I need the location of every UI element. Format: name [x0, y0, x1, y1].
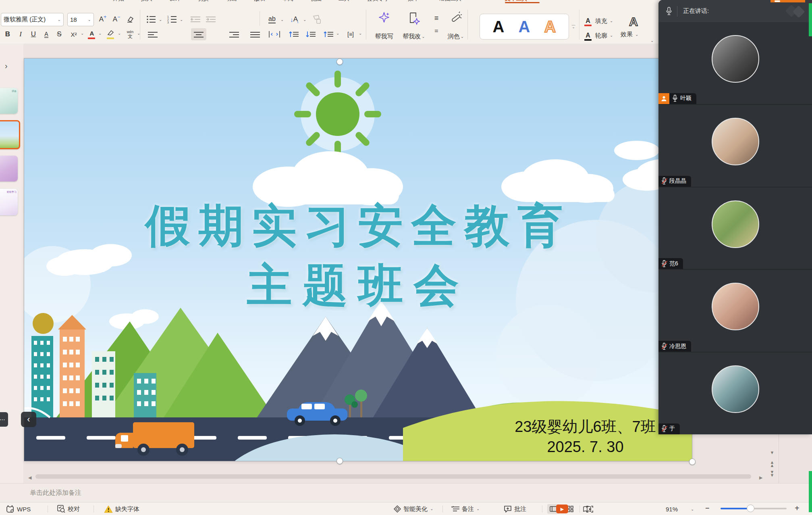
wordart-icon[interactable]: A	[624, 15, 643, 29]
participant-tile[interactable]: 冷思恩	[658, 269, 812, 352]
slide-thumbnail-2-selected[interactable]	[0, 120, 20, 149]
decrease-font-icon[interactable]: A−	[110, 13, 123, 26]
text-style-gallery[interactable]: A A A	[480, 14, 569, 40]
wps-assistant-button[interactable]: WPS	[6, 502, 31, 515]
missing-font-warning[interactable]: 缺失字体	[104, 502, 139, 515]
slide-canvas[interactable]: 假期实习安全教育 主题班会 23级婴幼儿6班、7班 2025. 7. 30	[24, 58, 692, 461]
polish-button[interactable]: 润色⌄	[443, 10, 468, 41]
numbered-list-icon[interactable]: 123	[166, 13, 178, 26]
increase-indent-icon[interactable]	[205, 13, 217, 26]
hscroll-right-arrow[interactable]: ▶	[759, 475, 762, 480]
increase-font-icon[interactable]: A+	[97, 13, 109, 26]
align-left-icon[interactable]	[147, 28, 159, 40]
tab-view[interactable]: 视图	[310, 0, 322, 2]
ai-edit-button[interactable]: 帮我改⌄	[401, 10, 426, 41]
textbox-margins-icon[interactable]: [≡]	[343, 28, 358, 40]
floating-toolbar-collapsed[interactable]: ⋯	[0, 412, 8, 427]
smart-beautify-button[interactable]: 智能美化⌄	[394, 502, 433, 515]
character-spacing-icon[interactable]: ab	[265, 13, 279, 26]
expand-panel-button[interactable]: ›	[5, 61, 8, 71]
selection-handle-bottom-right[interactable]	[689, 459, 696, 465]
play-options-chevron[interactable]: ⌄	[571, 507, 574, 511]
italic-button[interactable]: I	[15, 28, 26, 40]
selection-handle-top[interactable]	[336, 58, 343, 65]
pinyin-guide-icon[interactable]: wén文	[124, 28, 136, 40]
selection-handle-bottom[interactable]	[336, 458, 343, 464]
horizontal-scrollbar-thumb[interactable]	[35, 474, 751, 479]
fullscreen-button[interactable]	[584, 504, 596, 514]
font-color-icon[interactable]: A	[86, 28, 98, 40]
zoom-out-button[interactable]: −	[705, 504, 710, 513]
chevron-down-icon[interactable]: ⌄	[81, 31, 84, 35]
clear-format-icon[interactable]	[124, 13, 135, 26]
paragraph-expand-icon[interactable]: ≡	[430, 14, 442, 23]
style-blue-a[interactable]: A	[519, 19, 530, 35]
align-right-icon[interactable]	[228, 28, 240, 40]
play-slideshow-button[interactable]: ▶	[556, 505, 568, 513]
comment-button[interactable]: 批注	[504, 502, 526, 515]
chevron-down-icon[interactable]: ⌄	[280, 18, 284, 22]
format-painter-icon[interactable]	[310, 13, 323, 26]
tab-animation[interactable]: 动画	[226, 0, 237, 2]
slide-title-line2[interactable]: 主题班会	[24, 255, 692, 316]
notes-placeholder[interactable]: 单击此处添加备注	[30, 489, 81, 497]
participant-tile[interactable]: 段晶晶	[658, 104, 812, 187]
chevron-down-icon[interactable]: ⌄	[303, 18, 306, 22]
proofread-button[interactable]: 校对	[57, 502, 80, 515]
ai-write-button[interactable]: 帮我写	[372, 10, 397, 41]
slide-title-line1[interactable]: 假期实习安全教育	[24, 196, 692, 256]
font-name-combo[interactable]: 微软雅黑 (正文)⌄	[1, 13, 64, 26]
collapse-ribbon-icon[interactable]: ⌄	[650, 39, 654, 43]
tab-home[interactable]: 开始	[113, 0, 124, 2]
participant-tile[interactable]: 范6	[658, 187, 812, 269]
zoom-slider-knob[interactable]	[747, 505, 754, 512]
chevron-down-icon[interactable]: ⌄	[180, 18, 183, 22]
align-center-icon[interactable]	[191, 28, 206, 40]
notes-area[interactable]: 单击此处添加备注	[0, 483, 812, 502]
highlight-color-icon[interactable]	[105, 28, 117, 40]
chevron-down-icon[interactable]: ⌄	[98, 31, 102, 35]
more-styles-button[interactable]: —⌄	[571, 24, 576, 28]
tab-transition[interactable]: 切换	[197, 0, 209, 2]
chevron-down-icon[interactable]: ⌄	[336, 31, 339, 35]
text-direction-icon[interactable]: ↓A↓	[288, 13, 301, 26]
tab-review[interactable]: 审阅	[282, 0, 293, 2]
font-size-combo[interactable]: 18⌄	[67, 13, 94, 26]
superscript-button[interactable]: X²	[67, 28, 81, 40]
previous-slide-button[interactable]: ▲▲	[768, 461, 777, 467]
vscroll-down-arrow[interactable]: ▼	[768, 451, 777, 454]
text-outline-button[interactable]: A 轮廓⌄	[583, 31, 613, 40]
decrease-indent-icon[interactable]	[189, 13, 201, 26]
paragraph-space-increase-icon[interactable]	[288, 28, 300, 40]
distribute-text-icon[interactable]	[268, 28, 281, 40]
hscroll-left-arrow[interactable]: ◀	[28, 475, 31, 480]
collapse-arrow-button[interactable]: ‹	[21, 412, 36, 427]
slide-class-and-date[interactable]: 23级婴幼儿6班、7班 2025. 7. 30	[484, 417, 687, 457]
tab-design[interactable]: 设计	[169, 0, 181, 2]
tab-slideshow[interactable]: 放映	[254, 0, 265, 2]
paragraph-collapse-icon[interactable]: =	[430, 27, 442, 35]
tab-insert[interactable]: 插入	[141, 0, 152, 2]
paragraph-space-decrease-icon[interactable]	[305, 28, 317, 40]
underline-button[interactable]: U	[28, 28, 39, 40]
chevron-down-icon[interactable]: ⌄	[159, 18, 162, 22]
text-fill-button[interactable]: A 填充⌄	[583, 16, 613, 26]
line-spacing-icon[interactable]	[322, 28, 334, 40]
tab-member[interactable]: 会员专享	[367, 0, 389, 2]
zoom-in-button[interactable]: +	[795, 504, 800, 513]
tab-tools[interactable]: 工具	[339, 0, 350, 2]
participant-tile[interactable]: 叶颖	[658, 22, 812, 104]
notes-toggle-button[interactable]: 备注⌄	[451, 502, 480, 515]
next-slide-button[interactable]: ▼▼	[768, 470, 777, 477]
justify-icon[interactable]	[249, 28, 261, 40]
text-effects-button[interactable]: 效果⌄	[621, 31, 638, 38]
style-black-a[interactable]: A	[493, 19, 505, 35]
strikethrough-button[interactable]: S	[54, 28, 64, 40]
zoom-level-display[interactable]: 91%	[666, 502, 678, 515]
meeting-control-fragment[interactable]	[770, 0, 805, 2]
tab-draw-tools[interactable]: 绘图工具	[439, 0, 462, 2]
participant-tile[interactable]: 于	[658, 352, 812, 434]
chevron-down-icon[interactable]: ⌄	[359, 31, 362, 35]
tab-efficiency[interactable]: 效率	[408, 0, 419, 2]
slide-thumbnail-1[interactable]: 班会	[0, 88, 18, 114]
